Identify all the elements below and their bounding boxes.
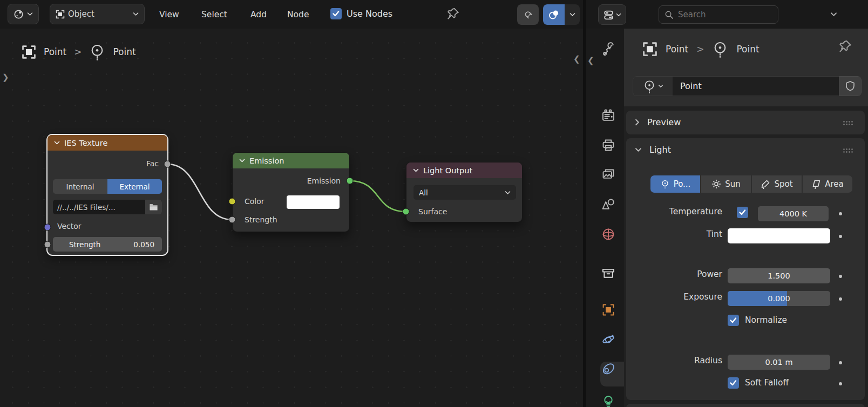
tab-scene[interactable] <box>601 197 618 213</box>
orbit-icon <box>601 333 615 347</box>
tab-output[interactable] <box>601 138 618 154</box>
node-ies-texture[interactable]: IES Texture Fac Internal External //../.… <box>48 135 167 255</box>
exposure-slider[interactable]: 0.000 <box>728 291 830 306</box>
socket-strength-input[interactable] <box>229 216 236 223</box>
tab-collection[interactable] <box>601 266 618 282</box>
animate-dot[interactable] <box>839 361 842 364</box>
panel-drag-handle[interactable] <box>843 120 853 125</box>
ies-internal-button[interactable]: Internal <box>53 179 107 194</box>
pin-icon[interactable] <box>447 7 460 21</box>
soft-falloff-checkbox[interactable] <box>728 377 739 389</box>
light-type-spot-button[interactable]: Spot <box>752 175 802 193</box>
properties-breadcrumb: Point > Point <box>642 40 760 58</box>
radius-row: Radius 0.01 m <box>626 354 865 370</box>
power-value-field[interactable]: 1.500 <box>728 268 830 283</box>
animate-dot[interactable] <box>839 275 842 278</box>
ies-external-button[interactable]: External <box>107 179 162 194</box>
menu-node[interactable]: Node <box>286 8 310 22</box>
collapse-chevron-icon <box>413 168 419 172</box>
editor-type-button[interactable] <box>8 4 39 24</box>
menu-view[interactable]: View <box>158 8 180 22</box>
panel-light-header[interactable]: Light <box>626 138 865 161</box>
emission-color-swatch[interactable] <box>287 195 340 209</box>
ies-strength-slider[interactable]: Strength 0.050 <box>53 237 162 252</box>
node-emission[interactable]: Emission Emission Color Strength <box>232 152 350 232</box>
panel-next-edge <box>626 404 865 407</box>
fake-user-button[interactable] <box>839 76 862 96</box>
chevron-right-icon <box>635 119 640 126</box>
tab-light-data[interactable] <box>601 395 618 407</box>
temperature-label: Temperature <box>626 207 722 216</box>
tab-tool[interactable] <box>601 42 618 58</box>
menu-add[interactable]: Add <box>249 8 268 22</box>
sun-icon <box>711 179 721 189</box>
light-type-area-button[interactable]: Area <box>803 175 852 193</box>
tint-color-swatch[interactable] <box>728 228 830 243</box>
socket-surface-input[interactable] <box>403 208 410 215</box>
soft-falloff-row: Soft Falloff <box>626 377 865 391</box>
properties-collapse-toggle[interactable]: ❮ <box>587 56 594 65</box>
datablock-browse-button[interactable] <box>633 76 673 96</box>
menu-select[interactable]: Select <box>200 8 228 22</box>
node-emission-header[interactable]: Emission <box>233 153 349 168</box>
properties-search[interactable] <box>659 5 778 24</box>
collapse-chevron-icon <box>54 141 60 145</box>
temperature-checkbox[interactable] <box>737 207 748 218</box>
search-input[interactable] <box>678 10 759 19</box>
properties-options-chevron-icon[interactable] <box>830 12 837 17</box>
ies-file-path-field[interactable]: //../../IES Files/... <box>53 200 162 214</box>
use-nodes-checkbox[interactable]: Use Nodes <box>330 8 392 19</box>
breadcrumb-separator: > <box>696 44 704 55</box>
tab-world[interactable] <box>601 227 618 243</box>
socket-color-input[interactable] <box>229 198 236 205</box>
radius-value-field[interactable]: 0.01 m <box>728 355 830 370</box>
animate-dot[interactable] <box>839 382 842 385</box>
properties-tab-strip: ❮ <box>586 29 624 407</box>
normalize-row: Normalize <box>626 314 865 328</box>
socket-fac-output[interactable] <box>164 161 171 168</box>
temperature-row: Temperature 4000 K <box>626 205 865 221</box>
socket-vector-input[interactable] <box>44 224 51 231</box>
shader-mode-dropdown[interactable]: Object <box>50 4 145 24</box>
right-sidebar-toggle[interactable]: ❮ <box>573 54 580 64</box>
socket-ies-strength-input[interactable] <box>44 241 51 248</box>
output-target-value: All <box>419 188 428 197</box>
panel-preview[interactable]: Preview <box>626 111 865 134</box>
overlap-circles-icon <box>548 9 559 20</box>
node-light-output[interactable]: Light Output All Surface <box>406 162 523 222</box>
ies-file-path: //../../IES Files/... <box>53 203 145 212</box>
tab-render[interactable] <box>601 108 618 125</box>
socket-label-strength: Strength <box>245 215 277 224</box>
properties-filter-dropdown[interactable] <box>598 4 626 25</box>
output-target-dropdown[interactable]: All <box>413 185 516 200</box>
animate-dot[interactable] <box>839 235 842 238</box>
animate-dot[interactable] <box>839 212 842 215</box>
point-light-icon <box>660 179 670 189</box>
snap-magnet-toggle[interactable] <box>517 4 539 25</box>
animate-dot[interactable] <box>839 297 842 301</box>
light-type-point-button[interactable]: Po... <box>650 175 700 193</box>
light-type-sun-button[interactable]: Sun <box>701 175 751 193</box>
socket-label-emission: Emission <box>307 177 341 185</box>
properties-editor: Point > Point Preview <box>624 29 868 407</box>
temperature-value-field[interactable]: 4000 K <box>758 206 829 221</box>
open-file-button[interactable] <box>145 200 162 214</box>
tab-constraints[interactable] <box>601 362 618 378</box>
panel-drag-handle[interactable] <box>843 148 853 153</box>
snap-options-dropdown[interactable] <box>565 4 580 25</box>
tab-view-layer[interactable] <box>601 168 618 184</box>
snap-node-overlap-toggle[interactable] <box>543 4 565 25</box>
pin-id-icon[interactable] <box>839 39 852 54</box>
tab-physics[interactable] <box>601 333 618 349</box>
datablock-name-input[interactable] <box>673 76 839 96</box>
tab-object[interactable] <box>601 303 618 319</box>
object-icon <box>22 45 36 59</box>
node-ies-header[interactable]: IES Texture <box>48 135 167 151</box>
editor-divider[interactable] <box>583 0 586 407</box>
socket-emission-output[interactable] <box>347 178 354 185</box>
left-sidebar-toggle[interactable]: ❯ <box>2 72 9 82</box>
node-light-output-header[interactable]: Light Output <box>406 162 522 178</box>
normalize-checkbox[interactable] <box>728 315 739 326</box>
cone-sphere-icon <box>601 197 615 211</box>
printer-icon <box>601 138 615 152</box>
